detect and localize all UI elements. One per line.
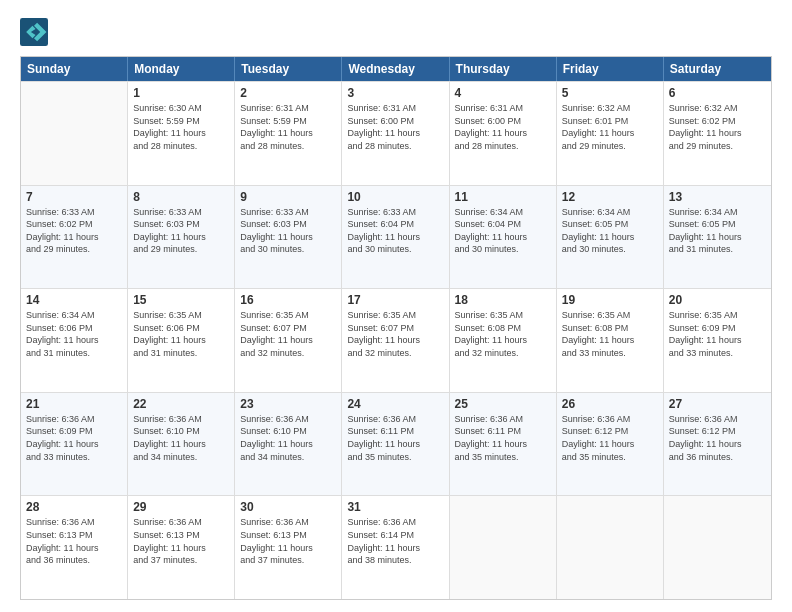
day-27: 27Sunrise: 6:36 AM Sunset: 6:12 PM Dayli… [664,393,771,496]
day-info: Sunrise: 6:34 AM Sunset: 6:05 PM Dayligh… [669,206,766,256]
day-info: Sunrise: 6:32 AM Sunset: 6:02 PM Dayligh… [669,102,766,152]
day-number: 26 [562,397,658,411]
day-info: Sunrise: 6:34 AM Sunset: 6:04 PM Dayligh… [455,206,551,256]
day-5: 5Sunrise: 6:32 AM Sunset: 6:01 PM Daylig… [557,82,664,185]
header-cell-wednesday: Wednesday [342,57,449,81]
day-number: 23 [240,397,336,411]
day-number: 13 [669,190,766,204]
header-cell-saturday: Saturday [664,57,771,81]
week-3: 14Sunrise: 6:34 AM Sunset: 6:06 PM Dayli… [21,288,771,392]
day-info: Sunrise: 6:34 AM Sunset: 6:05 PM Dayligh… [562,206,658,256]
day-number: 7 [26,190,122,204]
day-info: Sunrise: 6:30 AM Sunset: 5:59 PM Dayligh… [133,102,229,152]
day-number: 18 [455,293,551,307]
empty-cell [450,496,557,599]
day-19: 19Sunrise: 6:35 AM Sunset: 6:08 PM Dayli… [557,289,664,392]
calendar-body: 1Sunrise: 6:30 AM Sunset: 5:59 PM Daylig… [21,81,771,599]
day-26: 26Sunrise: 6:36 AM Sunset: 6:12 PM Dayli… [557,393,664,496]
day-number: 1 [133,86,229,100]
day-info: Sunrise: 6:33 AM Sunset: 6:04 PM Dayligh… [347,206,443,256]
day-20: 20Sunrise: 6:35 AM Sunset: 6:09 PM Dayli… [664,289,771,392]
day-18: 18Sunrise: 6:35 AM Sunset: 6:08 PM Dayli… [450,289,557,392]
day-number: 17 [347,293,443,307]
day-info: Sunrise: 6:36 AM Sunset: 6:11 PM Dayligh… [347,413,443,463]
day-number: 25 [455,397,551,411]
empty-cell [664,496,771,599]
header-cell-friday: Friday [557,57,664,81]
day-31: 31Sunrise: 6:36 AM Sunset: 6:14 PM Dayli… [342,496,449,599]
day-number: 12 [562,190,658,204]
day-number: 8 [133,190,229,204]
day-info: Sunrise: 6:36 AM Sunset: 6:13 PM Dayligh… [133,516,229,566]
day-24: 24Sunrise: 6:36 AM Sunset: 6:11 PM Dayli… [342,393,449,496]
day-info: Sunrise: 6:35 AM Sunset: 6:09 PM Dayligh… [669,309,766,359]
day-number: 11 [455,190,551,204]
day-21: 21Sunrise: 6:36 AM Sunset: 6:09 PM Dayli… [21,393,128,496]
day-number: 15 [133,293,229,307]
day-number: 2 [240,86,336,100]
day-number: 6 [669,86,766,100]
day-info: Sunrise: 6:31 AM Sunset: 6:00 PM Dayligh… [455,102,551,152]
logo-icon [20,18,48,46]
day-number: 28 [26,500,122,514]
day-info: Sunrise: 6:36 AM Sunset: 6:11 PM Dayligh… [455,413,551,463]
week-4: 21Sunrise: 6:36 AM Sunset: 6:09 PM Dayli… [21,392,771,496]
week-5: 28Sunrise: 6:36 AM Sunset: 6:13 PM Dayli… [21,495,771,599]
day-number: 27 [669,397,766,411]
header-cell-sunday: Sunday [21,57,128,81]
day-info: Sunrise: 6:33 AM Sunset: 6:03 PM Dayligh… [133,206,229,256]
day-number: 3 [347,86,443,100]
calendar-header: SundayMondayTuesdayWednesdayThursdayFrid… [21,57,771,81]
day-4: 4Sunrise: 6:31 AM Sunset: 6:00 PM Daylig… [450,82,557,185]
day-29: 29Sunrise: 6:36 AM Sunset: 6:13 PM Dayli… [128,496,235,599]
day-info: Sunrise: 6:36 AM Sunset: 6:10 PM Dayligh… [240,413,336,463]
day-7: 7Sunrise: 6:33 AM Sunset: 6:02 PM Daylig… [21,186,128,289]
header-cell-thursday: Thursday [450,57,557,81]
day-6: 6Sunrise: 6:32 AM Sunset: 6:02 PM Daylig… [664,82,771,185]
day-number: 9 [240,190,336,204]
day-info: Sunrise: 6:36 AM Sunset: 6:12 PM Dayligh… [562,413,658,463]
header [20,18,772,46]
header-cell-monday: Monday [128,57,235,81]
day-number: 16 [240,293,336,307]
calendar: SundayMondayTuesdayWednesdayThursdayFrid… [20,56,772,600]
day-number: 22 [133,397,229,411]
day-12: 12Sunrise: 6:34 AM Sunset: 6:05 PM Dayli… [557,186,664,289]
logo [20,18,52,46]
week-1: 1Sunrise: 6:30 AM Sunset: 5:59 PM Daylig… [21,81,771,185]
day-info: Sunrise: 6:36 AM Sunset: 6:13 PM Dayligh… [240,516,336,566]
day-30: 30Sunrise: 6:36 AM Sunset: 6:13 PM Dayli… [235,496,342,599]
empty-cell [21,82,128,185]
day-number: 30 [240,500,336,514]
day-info: Sunrise: 6:35 AM Sunset: 6:08 PM Dayligh… [455,309,551,359]
day-info: Sunrise: 6:36 AM Sunset: 6:13 PM Dayligh… [26,516,122,566]
day-28: 28Sunrise: 6:36 AM Sunset: 6:13 PM Dayli… [21,496,128,599]
day-number: 31 [347,500,443,514]
day-number: 20 [669,293,766,307]
day-10: 10Sunrise: 6:33 AM Sunset: 6:04 PM Dayli… [342,186,449,289]
day-info: Sunrise: 6:31 AM Sunset: 6:00 PM Dayligh… [347,102,443,152]
day-number: 14 [26,293,122,307]
day-number: 4 [455,86,551,100]
day-info: Sunrise: 6:35 AM Sunset: 6:08 PM Dayligh… [562,309,658,359]
day-14: 14Sunrise: 6:34 AM Sunset: 6:06 PM Dayli… [21,289,128,392]
day-info: Sunrise: 6:31 AM Sunset: 5:59 PM Dayligh… [240,102,336,152]
day-number: 10 [347,190,443,204]
day-number: 19 [562,293,658,307]
day-16: 16Sunrise: 6:35 AM Sunset: 6:07 PM Dayli… [235,289,342,392]
day-13: 13Sunrise: 6:34 AM Sunset: 6:05 PM Dayli… [664,186,771,289]
day-info: Sunrise: 6:36 AM Sunset: 6:10 PM Dayligh… [133,413,229,463]
day-2: 2Sunrise: 6:31 AM Sunset: 5:59 PM Daylig… [235,82,342,185]
day-11: 11Sunrise: 6:34 AM Sunset: 6:04 PM Dayli… [450,186,557,289]
day-info: Sunrise: 6:35 AM Sunset: 6:07 PM Dayligh… [347,309,443,359]
day-info: Sunrise: 6:35 AM Sunset: 6:06 PM Dayligh… [133,309,229,359]
day-15: 15Sunrise: 6:35 AM Sunset: 6:06 PM Dayli… [128,289,235,392]
day-info: Sunrise: 6:33 AM Sunset: 6:02 PM Dayligh… [26,206,122,256]
day-number: 29 [133,500,229,514]
day-number: 21 [26,397,122,411]
day-9: 9Sunrise: 6:33 AM Sunset: 6:03 PM Daylig… [235,186,342,289]
day-8: 8Sunrise: 6:33 AM Sunset: 6:03 PM Daylig… [128,186,235,289]
day-3: 3Sunrise: 6:31 AM Sunset: 6:00 PM Daylig… [342,82,449,185]
day-info: Sunrise: 6:36 AM Sunset: 6:09 PM Dayligh… [26,413,122,463]
week-2: 7Sunrise: 6:33 AM Sunset: 6:02 PM Daylig… [21,185,771,289]
